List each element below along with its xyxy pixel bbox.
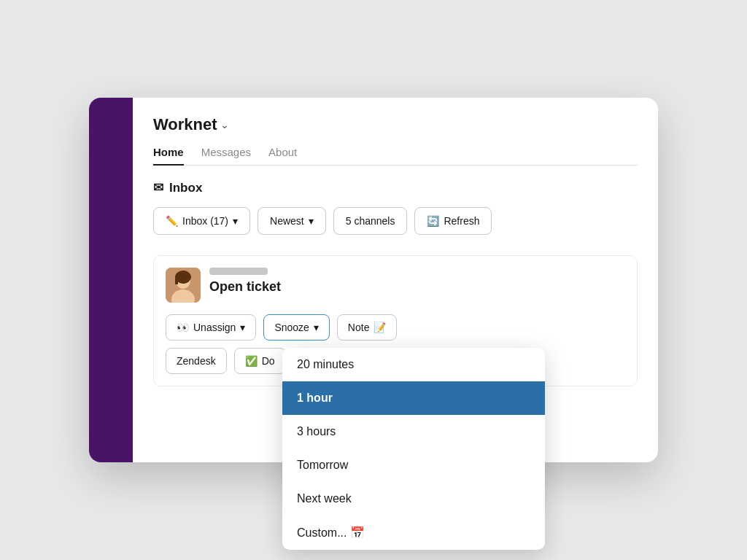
snooze-20min[interactable]: 20 minutes [282, 348, 545, 381]
unassign-chevron-icon: ▾ [240, 322, 245, 333]
inbox-icon: ✉ [153, 180, 163, 195]
snooze-tomorrow[interactable]: Tomorrow [282, 448, 545, 482]
snooze-3hours[interactable]: 3 hours [282, 415, 545, 448]
note-label: Note [348, 322, 370, 333]
ticket-actions: 👀 Unassign ▾ Snooze ▾ Note 📝 20 minutes [166, 314, 625, 341]
done-label: Do [262, 355, 275, 367]
tab-messages[interactable]: Messages [201, 140, 251, 166]
zendesk-label: Zendesk [177, 355, 216, 367]
tab-about[interactable]: About [268, 140, 297, 166]
workspace-header: Worknet ⌄ [153, 115, 638, 134]
snooze-chevron-icon: ▾ [314, 322, 319, 333]
ticket-title: Open ticket [209, 279, 625, 295]
sidebar [89, 98, 133, 462]
done-icon: ✅ [245, 355, 258, 367]
tab-home[interactable]: Home [153, 140, 184, 166]
avatar [166, 268, 201, 303]
workspace-name: Worknet [153, 115, 217, 134]
note-icon: 📝 [374, 322, 386, 333]
zendesk-button[interactable]: Zendesk [166, 348, 227, 374]
snooze-1hour[interactable]: 1 hour [282, 381, 545, 415]
ticket-info: Open ticket [209, 268, 625, 295]
snooze-next-week[interactable]: Next week [282, 482, 545, 516]
snooze-label: Snooze [274, 322, 309, 333]
inbox-chevron-icon: ▾ [233, 215, 238, 227]
snooze-dropdown: 20 minutes 1 hour 3 hours Tomorrow Next … [282, 348, 545, 550]
inbox-toolbar: ✏️ Inbox (17) ▾ Newest ▾ 5 channels 🔄 Re… [153, 207, 638, 235]
svg-rect-4 [175, 277, 178, 284]
sort-button[interactable]: Newest ▾ [258, 207, 326, 235]
inbox-label: Inbox [169, 181, 202, 195]
user-name-placeholder [209, 268, 268, 275]
unassign-button[interactable]: 👀 Unassign ▾ [166, 314, 256, 341]
inbox-section-title: ✉ Inbox [153, 180, 638, 195]
pencil-icon: ✏️ [166, 215, 178, 227]
refresh-icon: 🔄 [427, 215, 439, 227]
channels-button[interactable]: 5 channels [333, 207, 408, 235]
channels-label: 5 channels [346, 215, 395, 227]
snooze-button[interactable]: Snooze ▾ [263, 314, 329, 341]
snooze-custom[interactable]: Custom... 📅 [282, 516, 545, 550]
unassign-label: Unassign [193, 322, 236, 333]
sort-label: Newest [270, 215, 304, 227]
inbox-filter-label: Inbox (17) [182, 215, 228, 227]
refresh-label: Refresh [444, 215, 479, 227]
note-button[interactable]: Note 📝 [337, 314, 398, 341]
nav-tabs: Home Messages About [153, 140, 638, 166]
inbox-filter-button[interactable]: ✏️ Inbox (17) ▾ [153, 207, 250, 235]
main-content: Worknet ⌄ Home Messages About ✉ Inbox ✏️… [133, 98, 658, 462]
workspace-chevron-icon[interactable]: ⌄ [220, 119, 229, 131]
ticket-card: Open ticket 👀 Unassign ▾ Snooze ▾ Note 📝 [153, 255, 638, 386]
done-button[interactable]: ✅ Do [234, 348, 286, 374]
sort-chevron-icon: ▾ [309, 215, 314, 227]
eyes-icon: 👀 [177, 322, 189, 333]
refresh-button[interactable]: 🔄 Refresh [414, 207, 492, 235]
app-window: Worknet ⌄ Home Messages About ✉ Inbox ✏️… [89, 98, 658, 462]
ticket-header: Open ticket [166, 268, 625, 303]
